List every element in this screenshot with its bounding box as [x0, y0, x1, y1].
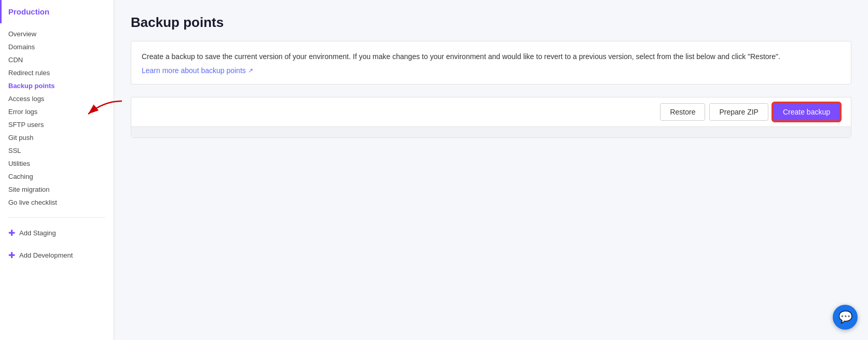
tabs-bar: Restore Prepare ZIP Create backup [131, 97, 851, 127]
sidebar-item-overview[interactable]: Overview [0, 27, 114, 40]
sidebar-item-site-migration[interactable]: Site migration [0, 183, 114, 196]
sidebar-item-redirect-rules[interactable]: Redirect rules [0, 66, 114, 79]
actions-bar: Restore Prepare ZIP Create backup [660, 97, 841, 126]
add-staging-label: Add Staging [19, 229, 56, 237]
restore-button[interactable]: Restore [660, 103, 705, 121]
add-staging-button[interactable]: ✚ Add Staging [0, 222, 114, 244]
sidebar-production-section: Production [0, 0, 114, 23]
plus-icon: ✚ [8, 228, 15, 238]
sidebar: Production OverviewDomainsCDNRedirect ru… [0, 0, 114, 340]
sidebar-item-ssl[interactable]: SSL [0, 144, 114, 157]
add-development-label: Add Development [19, 251, 73, 259]
sidebar-item-domains[interactable]: Domains [0, 40, 114, 53]
col-description [311, 127, 491, 137]
prepare-zip-button[interactable]: Prepare ZIP [709, 103, 768, 121]
backup-table-wrap [131, 127, 851, 137]
sidebar-item-cdn[interactable]: CDN [0, 53, 114, 66]
sidebar-nav: OverviewDomainsCDNRedirect rulesBackup p… [0, 23, 114, 213]
sidebar-item-caching[interactable]: Caching [0, 170, 114, 183]
col-id [671, 127, 851, 137]
create-backup-button[interactable]: Create backup [773, 103, 841, 121]
sidebar-item-backup-points[interactable]: Backup points [0, 79, 114, 92]
sidebar-item-utilities[interactable]: Utilities [0, 157, 114, 170]
content-panel: Restore Prepare ZIP Create backup [131, 97, 851, 138]
plus-icon-dev: ✚ [8, 250, 15, 260]
sidebar-title: Production [8, 7, 49, 16]
learn-more-text: Learn more about backup points [142, 66, 246, 75]
sidebar-item-git-push[interactable]: Git push [0, 131, 114, 144]
page-title: Backup points [131, 15, 851, 31]
sidebar-item-go-live-checklist[interactable]: Go live checklist [0, 196, 114, 209]
info-box: Create a backup to save the current vers… [131, 41, 851, 84]
add-development-button[interactable]: ✚ Add Development [0, 244, 114, 266]
sidebar-item-access-logs[interactable]: Access logs [0, 92, 114, 105]
col-zip [491, 127, 671, 137]
external-link-icon: ↗ [248, 67, 253, 74]
info-text: Create a backup to save the current vers… [142, 51, 841, 62]
main-content: Backup points Create a backup to save th… [114, 0, 868, 340]
chat-bubble-button[interactable]: 💬 [833, 305, 858, 330]
sidebar-divider [8, 217, 105, 218]
col-date [131, 127, 311, 137]
learn-more-link[interactable]: Learn more about backup points ↗ [142, 66, 253, 75]
sidebar-item-sftp-users[interactable]: SFTP users [0, 118, 114, 131]
table-header [131, 127, 851, 137]
chat-icon: 💬 [838, 310, 852, 324]
backup-table [131, 127, 851, 137]
sidebar-item-error-logs[interactable]: Error logs [0, 105, 114, 118]
